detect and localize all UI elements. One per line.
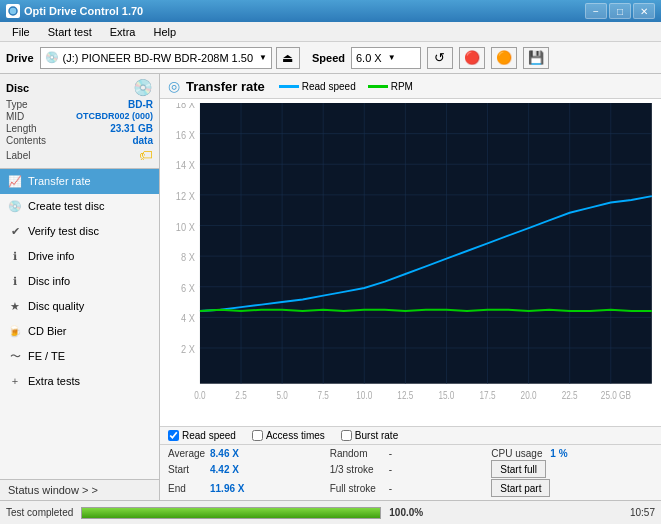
status-window-button[interactable]: Status window > > [0,479,159,500]
end-label: End [168,483,206,494]
svg-rect-1 [200,103,652,384]
full-stroke-label: Full stroke [330,483,385,494]
cd-bier-icon: 🍺 [8,324,22,338]
rpm-legend-color [368,85,388,88]
minimize-button[interactable]: − [585,3,607,19]
disc-length-value: 23.31 GB [110,123,153,134]
sidebar: Disc 💿 Type BD-R MID OTCBDR002 (000) Len… [0,74,160,500]
start-label: Start [168,464,206,475]
menu-extra[interactable]: Extra [102,24,144,40]
speed-value: 6.0 X [356,52,382,64]
drive-select[interactable]: 💿 (J:) PIONEER BD-RW BDR-208M 1.50 ▼ [40,47,272,69]
menu-help[interactable]: Help [145,24,184,40]
avg-cell: Average 8.46 X [168,448,330,459]
maximize-button[interactable]: □ [609,3,631,19]
chart-title: Transfer rate [186,79,265,94]
nav-extra-tests[interactable]: + Extra tests [0,369,159,394]
stats-row-1: Average 8.46 X Random - CPU usage 1 % [168,448,653,459]
nav-cd-bier[interactable]: 🍺 CD Bier [0,319,159,344]
onethird-label: 1/3 stroke [330,464,385,475]
rpm-legend-label: RPM [391,81,413,92]
nav-label-cd-bier: CD Bier [28,325,67,337]
nav-drive-info[interactable]: ℹ Drive info [0,244,159,269]
svg-text:2.5: 2.5 [235,390,246,401]
nav-disc-quality[interactable]: ★ Disc quality [0,294,159,319]
progress-bar [81,507,381,519]
full-stroke-cell: Full stroke - [330,483,492,494]
save-button[interactable]: 💾 [523,47,549,69]
stats-row-3: End 11.96 X Full stroke - Start part [168,479,653,497]
progress-percent: 100.0% [389,507,423,518]
refresh-button[interactable]: ↺ [427,47,453,69]
disc-label-label: Label [6,150,30,161]
disc-mid-value: OTCBDR002 (000) [76,111,153,122]
nav-label-disc-info: Disc info [28,275,70,287]
random-value: - [389,448,429,459]
svg-text:16 X: 16 X [176,129,195,141]
start-cell: Start 4.42 X [168,464,330,475]
nav-create-test-disc[interactable]: 💿 Create test disc [0,194,159,219]
access-times-checkbox[interactable] [252,430,263,441]
chart-legend: Read speed RPM [279,81,413,92]
svg-text:12 X: 12 X [176,190,195,202]
drive-dropdown-arrow: ▼ [259,53,267,62]
svg-text:15.0: 15.0 [438,390,454,401]
disc-color-button[interactable]: 🔴 [459,47,485,69]
cpu-value: 1 % [550,448,590,459]
svg-text:4 X: 4 X [181,313,195,325]
speed-label: Speed [312,52,345,64]
avg-value: 8.46 X [210,448,250,459]
read-speed-checkbox[interactable] [168,430,179,441]
nav-verify-test-disc[interactable]: ✔ Verify test disc [0,219,159,244]
transfer-rate-chart: 18 X 16 X 14 X 12 X 10 X 8 X 6 X 4 X 2 X… [164,103,657,422]
extra-tests-icon: + [8,374,22,388]
nav-transfer-rate[interactable]: 📈 Transfer rate [0,169,159,194]
create-test-disc-icon: 💿 [8,199,22,213]
start-part-button[interactable]: Start part [491,479,550,497]
nav-label-extra-tests: Extra tests [28,375,80,387]
cpu-label: CPU usage [491,448,546,459]
onethird-cell: 1/3 stroke - [330,464,492,475]
toolbar: Drive 💿 (J:) PIONEER BD-RW BDR-208M 1.50… [0,42,661,74]
access-times-checkbox-item: Access times [252,430,325,441]
svg-text:25.0 GB: 25.0 GB [601,390,631,401]
fe-te-icon: 〜 [8,349,22,363]
speed-select[interactable]: 6.0 X ▼ [351,47,421,69]
app-title: Opti Drive Control 1.70 [24,5,143,17]
start-full-button[interactable]: Start full [491,460,546,478]
disc-contents-label: Contents [6,135,46,146]
svg-text:2 X: 2 X [181,343,195,355]
disc-info-panel: Disc 💿 Type BD-R MID OTCBDR002 (000) Len… [0,74,159,169]
chart-area: ◎ Transfer rate Read speed RPM [160,74,661,500]
close-button[interactable]: ✕ [633,3,655,19]
nav-fe-te[interactable]: 〜 FE / TE [0,344,159,369]
eject-button[interactable]: ⏏ [276,47,300,69]
nav-label-drive-info: Drive info [28,250,74,262]
svg-text:10.0: 10.0 [356,390,372,401]
status-bar: Test completed 100.0% 10:57 [0,500,661,524]
read-speed-checkbox-item: Read speed [168,430,236,441]
start-part-cell: Start part [491,479,653,497]
end-cell: End 11.96 X [168,483,330,494]
menu-file[interactable]: File [4,24,38,40]
random-label: Random [330,448,385,459]
disc-color2-button[interactable]: 🟠 [491,47,517,69]
menu-start-test[interactable]: Start test [40,24,100,40]
drive-label: Drive [6,52,34,64]
nav-disc-info[interactable]: ℹ Disc info [0,269,159,294]
speed-dropdown-arrow: ▼ [388,53,396,62]
disc-label-icon: 🏷 [139,147,153,163]
verify-test-disc-icon: ✔ [8,224,22,238]
disc-panel-icon: 💿 [133,78,153,97]
nav-label-transfer-rate: Transfer rate [28,175,91,187]
onethird-value: - [389,464,429,475]
nav-label-disc-quality: Disc quality [28,300,84,312]
svg-text:20.0: 20.0 [521,390,537,401]
disc-type-label: Type [6,99,28,110]
stats-area: Average 8.46 X Random - CPU usage 1 % St… [160,444,661,500]
nav-label-verify-test-disc: Verify test disc [28,225,99,237]
burst-rate-checkbox[interactable] [341,430,352,441]
svg-text:8 X: 8 X [181,251,195,263]
stats-row-2: Start 4.42 X 1/3 stroke - Start full [168,460,653,478]
status-window-label: Status window > > [8,484,98,496]
